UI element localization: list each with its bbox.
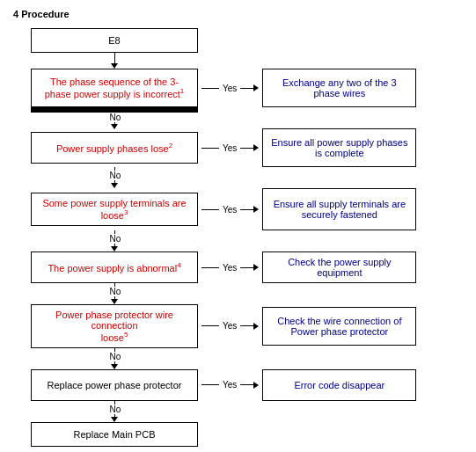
page-title: 4 Procedure xyxy=(13,9,463,19)
action-5: Check the wire connection of Power phase… xyxy=(262,307,416,346)
decision-4: The power supply is abnormal4 xyxy=(31,252,198,283)
flowchart: E8 The phase sequence of the 3-phase pow… xyxy=(13,28,463,447)
start-box: E8 xyxy=(31,28,198,53)
decision-5: Power phase protector wire connectionloo… xyxy=(31,304,198,348)
end-box: Replace Main PCB xyxy=(31,422,198,447)
action-3: Ensure all supply terminals are securely… xyxy=(262,188,416,230)
decision-6: Replace power phase protector xyxy=(31,369,198,401)
decision-2: Power supply phases lose2 xyxy=(31,132,198,164)
decision-3: Some power supply terminals are loose3 xyxy=(31,193,198,226)
action-2: Ensure all power supply phases is comple… xyxy=(262,128,416,167)
decision-1: The phase sequence of the 3-phase power … xyxy=(31,69,198,107)
action-4: Check the power supply equipment xyxy=(262,252,416,283)
action-1: Exchange any two of the 3 phase wires xyxy=(262,69,416,107)
action-6: Error code disappear xyxy=(262,369,416,401)
